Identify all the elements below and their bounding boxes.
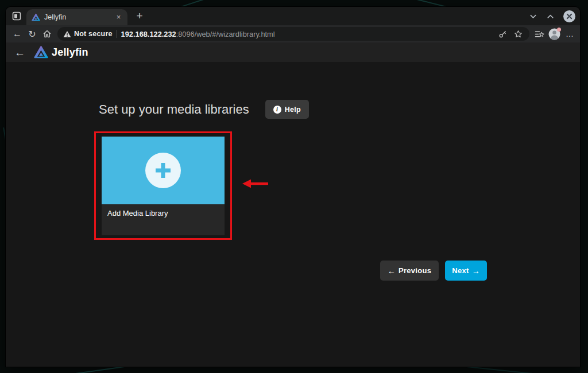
toolbar-right: … xyxy=(533,28,576,40)
help-button[interactable]: i Help xyxy=(265,100,309,119)
browser-tab-jellyfin[interactable]: Jellyfin × xyxy=(26,9,127,25)
library-cards-area: Add Media Library xyxy=(99,131,487,245)
page-title: Set up your media libraries xyxy=(99,102,249,117)
previous-button[interactable]: ← Previous xyxy=(380,261,439,281)
tab-overview-icon xyxy=(12,11,21,21)
password-key-icon[interactable] xyxy=(497,28,508,40)
app-header: ← Jellyfin xyxy=(6,42,580,62)
jellyfin-favicon xyxy=(32,13,40,22)
browser-back-icon[interactable]: ← xyxy=(10,26,25,41)
tab-strip: Jellyfin × + xyxy=(6,7,580,25)
browser-home-icon[interactable] xyxy=(40,26,55,41)
wizard-nav-buttons: ← Previous Next → xyxy=(99,261,487,281)
previous-button-label: Previous xyxy=(399,266,431,275)
next-arrow-icon: → xyxy=(472,266,480,275)
window-maximize-icon[interactable] xyxy=(543,9,558,24)
browser-profile-avatar[interactable] xyxy=(548,28,560,40)
tab-title: Jellyfin xyxy=(44,13,110,21)
url-text: 192.168.122.232:8096/web/#/wizardlibrary… xyxy=(121,30,493,38)
next-button-label: Next xyxy=(452,266,469,275)
app-back-icon[interactable]: ← xyxy=(14,47,25,58)
window-minimize-icon[interactable] xyxy=(525,9,540,24)
tab-overview-icon[interactable] xyxy=(10,9,24,23)
help-button-label: Help xyxy=(285,106,301,114)
url-host: 192.168.122.232 xyxy=(121,30,176,38)
add-media-library-card[interactable]: Add Media Library xyxy=(102,137,225,235)
browser-window: Jellyfin × + ← ↻ Not se xyxy=(6,7,580,367)
add-library-card-image xyxy=(102,137,225,204)
warning-icon xyxy=(63,30,71,38)
jellyfin-logo-icon xyxy=(34,45,48,60)
new-tab-icon[interactable]: + xyxy=(132,9,147,24)
info-icon: i xyxy=(273,106,281,114)
omnibox-separator xyxy=(117,30,117,38)
annotation-arrow-icon xyxy=(241,178,270,189)
browser-menu-icon[interactable]: … xyxy=(564,29,576,38)
browser-toolbar: ← ↻ Not secure 192.168.122.232:8096/web/… xyxy=(6,25,580,42)
plus-icon xyxy=(153,161,173,180)
browser-reload-icon[interactable]: ↻ xyxy=(25,26,40,41)
annotation-red-rectangle: Add Media Library xyxy=(94,131,232,240)
profile-status-dot xyxy=(557,28,561,32)
address-bar[interactable]: Not secure 192.168.122.232:8096/web/#/wi… xyxy=(57,27,529,41)
card-label: Add Media Library xyxy=(107,209,219,217)
url-path: :8096/web/#/wizardlibrary.html xyxy=(176,30,275,38)
title-row: Set up your media libraries i Help xyxy=(99,100,487,119)
wizard-container: Set up your media libraries i Help xyxy=(99,100,487,281)
next-button[interactable]: Next → xyxy=(445,261,487,281)
jellyfin-brand: Jellyfin xyxy=(34,45,88,60)
not-secure-label: Not secure xyxy=(74,30,113,38)
card-footer: Add Media Library xyxy=(102,204,225,235)
window-close-icon[interactable] xyxy=(563,10,575,22)
plus-circle xyxy=(145,153,181,188)
tab-close-icon[interactable]: × xyxy=(114,13,123,22)
site-security-chip[interactable]: Not secure xyxy=(63,30,113,38)
bookmark-star-icon[interactable] xyxy=(512,28,524,40)
app-title: Jellyfin xyxy=(52,46,88,59)
side-panel-icon[interactable] xyxy=(533,28,545,40)
wizard-page: Set up your media libraries i Help xyxy=(6,62,580,367)
jellyfin-app: ← Jellyfin Set up your media libraries xyxy=(6,42,580,367)
previous-arrow-icon: ← xyxy=(388,266,396,275)
